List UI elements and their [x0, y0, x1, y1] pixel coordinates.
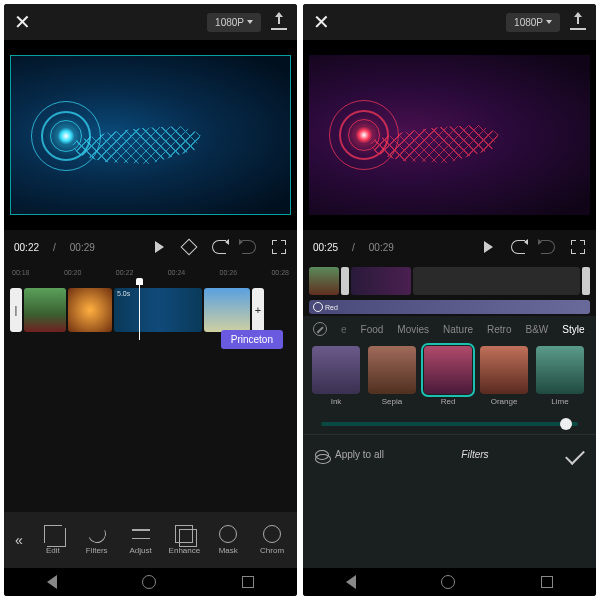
filter-swatch-sepia[interactable]: Sepia [367, 346, 417, 406]
time-total: 00:29 [369, 242, 394, 253]
nav-home-button[interactable] [142, 575, 156, 589]
preview-canvas [309, 55, 590, 215]
timeline[interactable]: | 5.0s + Princeton [4, 280, 297, 340]
timeline-mini[interactable] [303, 264, 596, 298]
timeline-ruler: 00:1800:2000:2200:2400:2600:28 [4, 264, 297, 280]
time-total: 00:29 [70, 242, 95, 253]
export-button[interactable] [570, 14, 586, 30]
close-button[interactable]: ✕ [14, 10, 31, 34]
nav-recent-button[interactable] [242, 576, 254, 588]
bottom-toolbar: « Edit Filters Adjust Enhance Mask Chrom [4, 512, 297, 568]
keyframe-button[interactable] [181, 239, 197, 255]
tool-filters[interactable]: Filters [76, 525, 118, 555]
undo-button[interactable] [510, 239, 526, 255]
left-screenshot: ✕ 1080P 00:22 / 00:29 [4, 4, 297, 596]
filter-category[interactable]: Food [361, 324, 384, 335]
top-bar: ✕ 1080P [4, 4, 297, 40]
timeline-clip[interactable] [68, 288, 112, 332]
filter-swatch-orange[interactable]: Orange [479, 346, 529, 406]
timeline-clip[interactable]: 5.0s [114, 288, 202, 332]
chevron-down-icon [247, 20, 253, 24]
filter-none-button[interactable] [313, 322, 327, 336]
crop-icon [44, 525, 62, 543]
android-navbar [303, 568, 596, 596]
timeline-clip[interactable] [309, 267, 339, 295]
close-button[interactable]: ✕ [313, 10, 330, 34]
sliders-icon [132, 525, 150, 543]
resolution-label: 1080P [215, 17, 244, 28]
fullscreen-button[interactable] [570, 239, 586, 255]
video-preview[interactable] [4, 40, 297, 230]
apply-all-button[interactable]: Apply to all [335, 449, 384, 460]
tool-edit[interactable]: Edit [32, 525, 74, 555]
playhead[interactable] [139, 280, 140, 340]
nav-back-button[interactable] [346, 575, 356, 589]
filter-swatch-lime[interactable]: Lime [535, 346, 585, 406]
chroma-icon [263, 525, 281, 543]
tool-mask[interactable]: Mask [207, 525, 249, 555]
timeline-clip[interactable] [204, 288, 250, 332]
tool-chroma[interactable]: Chrom [251, 525, 293, 555]
preview-canvas [10, 55, 291, 215]
clip-duration: 5.0s [117, 290, 130, 297]
top-bar: ✕ 1080P [303, 4, 596, 40]
resolution-label: 1080P [514, 17, 543, 28]
playback-bar: 00:22 / 00:29 [4, 230, 297, 264]
timeline-clip[interactable] [24, 288, 66, 332]
nav-back-button[interactable] [47, 575, 57, 589]
filter-category[interactable]: B&W [526, 324, 549, 335]
filter-swatch-row: Ink Sepia Red Orange Lime [303, 342, 596, 410]
nav-home-button[interactable] [441, 575, 455, 589]
play-button[interactable] [151, 239, 167, 255]
timeline-clip[interactable] [351, 267, 411, 295]
export-button[interactable] [271, 14, 287, 30]
stack-icon [315, 450, 329, 460]
add-clip-button[interactable]: + [252, 288, 264, 332]
clip-handle[interactable] [341, 267, 349, 295]
filter-swatch-ink[interactable]: Ink [311, 346, 361, 406]
mask-icon [219, 525, 237, 543]
chevron-down-icon [546, 20, 552, 24]
filter-category[interactable]: Style [562, 324, 584, 335]
filter-intensity-slider[interactable] [321, 422, 578, 426]
tool-enhance[interactable]: Enhance [163, 525, 205, 555]
redo-button[interactable] [540, 239, 556, 255]
toolbar-back-button[interactable]: « [8, 532, 30, 548]
redo-button[interactable] [241, 239, 257, 255]
filter-category[interactable]: Nature [443, 324, 473, 335]
android-navbar [4, 568, 297, 596]
fullscreen-button[interactable] [271, 239, 287, 255]
filter-swatch-red[interactable]: Red [423, 346, 473, 406]
enhance-icon [175, 525, 193, 543]
confirm-button[interactable] [565, 445, 585, 465]
nav-recent-button[interactable] [541, 576, 553, 588]
resolution-dropdown[interactable]: 1080P [506, 13, 560, 32]
right-screenshot: ✕ 1080P 00:25 / 00:29 [303, 4, 596, 596]
time-current: 00:22 [14, 242, 39, 253]
audio-track[interactable]: Red [309, 300, 590, 314]
slider-knob[interactable] [560, 418, 572, 430]
video-preview[interactable] [303, 40, 596, 230]
clip-handle[interactable] [582, 267, 590, 295]
resolution-dropdown[interactable]: 1080P [207, 13, 261, 32]
panel-title: Filters [384, 449, 566, 460]
clip-handle-left[interactable]: | [10, 288, 22, 332]
undo-button[interactable] [211, 239, 227, 255]
time-current: 00:25 [313, 242, 338, 253]
filter-category[interactable]: Movies [397, 324, 429, 335]
swirl-icon [85, 522, 108, 545]
effect-tag[interactable]: Princeton [221, 330, 283, 349]
filters-panel: e Food Movies Nature Retro B&W Style Ink… [303, 316, 596, 568]
tool-adjust[interactable]: Adjust [120, 525, 162, 555]
filter-category-tabs: e Food Movies Nature Retro B&W Style [303, 322, 596, 342]
timeline-clip[interactable] [413, 267, 580, 295]
play-button[interactable] [480, 239, 496, 255]
playback-bar: 00:25 / 00:29 [303, 230, 596, 264]
filter-category[interactable]: e [341, 324, 347, 335]
filter-category[interactable]: Retro [487, 324, 511, 335]
